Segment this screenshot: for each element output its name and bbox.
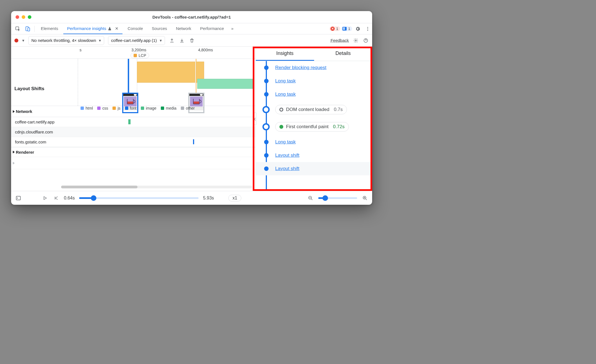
playback-speed[interactable]: x1 (228, 195, 241, 201)
tab-details[interactable]: Details (314, 47, 372, 61)
toggle-console-icon[interactable] (15, 195, 22, 201)
tab-elements[interactable]: Elements (37, 23, 62, 34)
feedback-link[interactable]: Feedback (330, 38, 349, 43)
legend-image: image (146, 106, 156, 110)
player-footer: 0.64s 5.93s x1 (11, 191, 372, 205)
panel-tabstrip: Elements Performance insights ✕ Console … (11, 23, 372, 34)
chart-block (197, 79, 253, 89)
zoom-in-icon[interactable] (362, 195, 368, 201)
import-icon[interactable] (179, 38, 185, 43)
record-menu-chevron[interactable]: ▾ (22, 38, 24, 43)
tab-performance[interactable]: Performance (196, 23, 228, 34)
timeline-chart[interactable]: Layout Shifts (11, 59, 256, 106)
tab-console[interactable]: Console (124, 23, 147, 34)
tab-label: Performance insights (67, 26, 106, 31)
insight-link[interactable]: Layout shift (275, 153, 299, 158)
svg-rect-8 (16, 196, 21, 200)
play-icon[interactable] (42, 195, 48, 201)
legend-media: media (166, 106, 176, 110)
insight-link[interactable]: Layout shift (275, 166, 299, 171)
throttling-select[interactable]: No network throttling, 4× slowdown▾ (28, 36, 104, 45)
insights-toolbar: ▾ No network throttling, 4× slowdown▾ co… (11, 34, 372, 47)
lcp-label: LCP (139, 53, 146, 58)
ruler-tick: s (80, 48, 82, 52)
error-count: 1 (336, 27, 338, 31)
network-section-header[interactable]: Network html css js font image media oth… (11, 106, 256, 117)
range-start: 0.64s (64, 196, 75, 201)
recording-label: coffee-cart.netlify.app (1) (111, 38, 157, 43)
tab-sources[interactable]: Sources (148, 23, 171, 34)
export-icon[interactable] (169, 38, 175, 43)
inspect-icon[interactable] (13, 24, 22, 33)
delete-icon[interactable] (189, 38, 195, 43)
throttling-label: No network throttling, 4× slowdown (31, 38, 96, 43)
settings-icon[interactable] (353, 24, 362, 33)
network-title: Network (16, 109, 32, 114)
network-host-row[interactable]: cdnjs.cloudflare.com (11, 127, 256, 137)
insights-list: Render blocking request Long task Long t… (256, 61, 372, 191)
issue-count: 1 (348, 27, 350, 31)
host-label: fonts.gstatic.com (15, 140, 46, 144)
disclosure-icon (13, 110, 15, 113)
kebab-icon[interactable] (363, 24, 372, 33)
zoom-out-icon[interactable] (307, 195, 314, 201)
tab-network[interactable]: Network (172, 23, 195, 34)
ruler-tick: 4,800ms (198, 48, 213, 52)
timeline-pane: s 3,200ms 4,800ms LCP Layout Shifts (11, 47, 256, 191)
request-bar (128, 119, 131, 124)
time-range-slider[interactable] (79, 197, 199, 199)
request-bar (193, 139, 194, 144)
insight-link[interactable]: Render blocking request (275, 65, 326, 70)
insight-milestone[interactable]: First contentful paint0.72s (256, 118, 372, 135)
legend-font: font (130, 106, 136, 110)
layout-shifts-label: Layout Shifts (14, 86, 44, 92)
milestone-time: 0.72s (333, 124, 345, 130)
svg-point-4 (367, 28, 368, 29)
network-host-row[interactable]: fonts.gstatic.com (11, 137, 256, 147)
truncated-row (11, 157, 256, 169)
devtools-window: DevTools - coffee-cart.netlify.app/?ad=1… (11, 11, 372, 205)
tab-performance-insights[interactable]: Performance insights ✕ (63, 23, 123, 34)
insight-row[interactable]: Render blocking request (256, 61, 372, 74)
recording-select[interactable]: coffee-cart.netlify.app (1)▾ (108, 36, 165, 45)
disclosure-icon (13, 151, 15, 153)
insights-sidepane: ❮ Insights Details Render blocking reque… (256, 47, 372, 191)
host-label: coffee-cart.netlify.app (15, 120, 54, 124)
insight-row[interactable]: Layout shift (256, 149, 372, 162)
more-tabs-icon[interactable]: » (229, 23, 236, 34)
network-host-row[interactable]: coffee-cart.netlify.app (11, 117, 256, 127)
insight-link[interactable]: Long task (275, 92, 296, 97)
insight-row[interactable]: Long task (256, 135, 372, 149)
help-icon[interactable] (363, 38, 369, 43)
device-icon[interactable] (23, 24, 32, 33)
renderer-section-header[interactable]: Renderer (11, 147, 256, 157)
insight-row[interactable]: Layout shift (256, 162, 372, 175)
range-end: 5.93s (203, 196, 214, 201)
legend-css: css (102, 106, 108, 110)
issues-badge[interactable]: 1 (341, 26, 352, 31)
tab-insights[interactable]: Insights (256, 47, 314, 61)
lcp-marker[interactable]: LCP (131, 53, 149, 58)
skip-start-icon[interactable] (53, 195, 59, 201)
svg-point-3 (367, 27, 368, 28)
svg-point-5 (367, 30, 368, 31)
error-badge[interactable]: ✕1 (329, 26, 340, 31)
horizontal-scrollbar[interactable] (61, 185, 252, 189)
close-icon[interactable]: ✕ (115, 26, 119, 31)
record-button[interactable] (14, 39, 18, 42)
chart-block (137, 62, 195, 83)
milestone-label: First contentful paint (286, 124, 329, 130)
insight-link[interactable]: Long task (275, 78, 296, 84)
insight-link[interactable]: Long task (275, 139, 296, 145)
zoom-slider[interactable] (318, 197, 357, 199)
renderer-title: Renderer (16, 150, 34, 155)
insight-milestone[interactable]: DOM content loaded0.7s (256, 101, 372, 118)
ruler-tick: 3,200ms (131, 48, 146, 52)
svg-point-6 (355, 40, 357, 41)
gear-icon[interactable] (353, 38, 359, 43)
svg-rect-2 (28, 28, 30, 31)
insight-row[interactable]: Long task (256, 74, 372, 88)
svg-point-9 (17, 198, 18, 198)
insight-row[interactable]: Long task (256, 88, 372, 101)
sidepane-tabs: Insights Details (256, 47, 372, 61)
